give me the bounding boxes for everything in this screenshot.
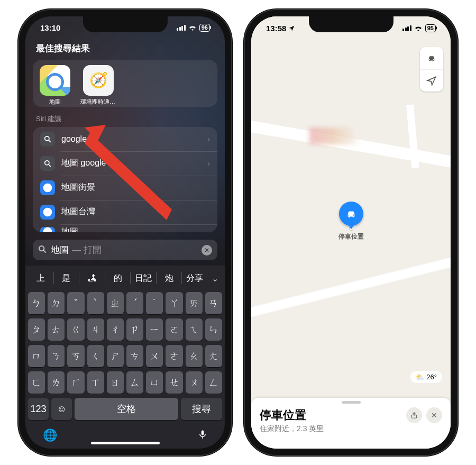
svg-point-2 <box>45 136 49 141</box>
keyboard-row[interactable]: ㄈㄌㄏㄒㄖㄙㄩㄝㄡㄥ <box>28 371 222 394</box>
keyboard-row[interactable]: ㄇㄋㄎㄑㄕㄘㄨㄜㄠㄤ <box>28 345 222 367</box>
screen-spotlight: 13:10 96 最佳搜尋結果 地圖 🧭 環境即時通-… Siri <box>25 16 225 449</box>
suggestion-text: 地圖街景 <box>61 182 210 193</box>
keyboard-row[interactable]: ㄆㄊㄍㄐㄔㄗㄧㄛㄟㄣ <box>28 318 222 341</box>
keyboard-suggestions[interactable]: 上 是 🏞 的 日記 炮 分享 ⌄ <box>28 269 222 288</box>
suggestion-text: 地圖台灣 <box>61 206 210 217</box>
keyboard-bottom-row[interactable]: 123 ☺ 空格 搜尋 <box>28 398 222 420</box>
place-title: 停車位置 <box>260 407 401 423</box>
weather-temp: 26° <box>426 373 437 381</box>
weather-badge[interactable]: ⛅ 26° <box>410 371 442 383</box>
suggestion-item[interactable]: 地圖街景 <box>33 176 217 200</box>
svg-rect-14 <box>202 431 204 435</box>
car-icon <box>339 202 363 226</box>
battery-level: 96 <box>199 24 210 32</box>
mic-icon[interactable] <box>198 428 207 443</box>
keyboard-row[interactable]: ㄅㄉˇˋㄓˊ˙ㄚㄞㄢ <box>28 292 222 314</box>
phone-frame-right: 13:58 95 停車位置 ⛅ 2 <box>244 9 458 456</box>
environment-icon: 🧭 <box>83 65 114 96</box>
maps-icon <box>40 65 70 96</box>
suggestion-item[interactable]: 地圖 google › <box>33 151 217 176</box>
svg-point-12 <box>39 246 44 251</box>
svg-line-3 <box>49 140 51 142</box>
place-card[interactable]: 停車位置 住家附近，2.3 英里 ✕ <box>251 398 451 449</box>
phone-frame-left: 13:10 96 最佳搜尋結果 地圖 🧭 環境即時通-… Siri <box>18 9 232 456</box>
screen-maps: 13:58 95 停車位置 ⛅ 2 <box>251 16 451 449</box>
driving-mode-button[interactable] <box>420 47 443 69</box>
redacted-area <box>309 127 357 144</box>
search-icon <box>38 245 47 256</box>
chevron-right-icon: › <box>207 159 210 168</box>
keyboard: 上 是 🏞 的 日記 炮 分享 ⌄ ㄅㄉˇˋㄓˊ˙ㄚㄞㄢ ㄆㄊㄍㄐㄔㄗㄧㄛㄟㄣ … <box>25 266 225 449</box>
chevron-down-icon[interactable]: ⌄ <box>207 273 222 284</box>
close-button[interactable]: ✕ <box>426 407 442 423</box>
globe-icon[interactable]: 🌐 <box>43 428 57 443</box>
pin-label: 停車位置 <box>338 232 364 241</box>
place-subtitle: 住家附近，2.3 英里 <box>260 424 401 434</box>
app-environment[interactable]: 🧭 環境即時通-… <box>80 65 116 106</box>
location-arrow-icon <box>288 25 295 32</box>
drag-handle[interactable] <box>342 401 361 404</box>
suggestion-text: 地圖 google <box>61 158 201 169</box>
svg-point-6 <box>43 184 52 193</box>
suggestion-text: google <box>61 134 201 144</box>
map-controls <box>420 47 443 92</box>
search-text: 地圖 — 打開 <box>51 244 197 256</box>
cellular-icon <box>402 25 411 31</box>
notch <box>309 16 393 32</box>
status-time: 13:10 <box>40 23 60 32</box>
chevron-right-icon: › <box>207 135 210 143</box>
keyboard-footer: 🌐 <box>28 424 222 443</box>
suggestion-item[interactable]: google › <box>33 127 217 151</box>
key-123: 123 <box>28 398 49 420</box>
wifi-icon <box>414 25 423 31</box>
suggestion-text: 地圖 <box>61 226 210 232</box>
app-label: 環境即時通-… <box>80 98 116 106</box>
key-search: 搜尋 <box>181 398 222 420</box>
home-indicator[interactable] <box>91 442 160 444</box>
suggestions-list: google › 地圖 google › 地圖街景 地圖台灣 <box>33 127 217 232</box>
wifi-icon <box>188 24 197 31</box>
top-hits-header: 最佳搜尋結果 <box>25 39 225 60</box>
status-time: 13:58 <box>266 24 286 33</box>
share-button[interactable] <box>406 407 422 423</box>
cellular-icon <box>177 25 186 31</box>
app-label: 地圖 <box>37 98 73 106</box>
safari-icon <box>40 205 55 220</box>
notch <box>83 16 168 32</box>
clear-button[interactable]: ✕ <box>202 245 212 256</box>
key-space: 空格 <box>75 398 178 420</box>
safari-icon <box>40 180 55 195</box>
battery-level: 95 <box>425 24 436 32</box>
search-icon <box>40 132 55 147</box>
safari-icon <box>40 227 55 232</box>
weather-icon: ⛅ <box>416 373 424 381</box>
svg-point-4 <box>45 161 49 165</box>
parked-car-pin[interactable]: 停車位置 <box>338 202 364 241</box>
siri-suggestions-header: Siri 建議 <box>25 107 225 127</box>
svg-point-9 <box>43 208 52 217</box>
svg-point-11 <box>43 227 52 232</box>
key-emoji[interactable]: ☺ <box>51 398 72 420</box>
search-icon <box>40 156 55 171</box>
suggestion-item[interactable]: 地圖台灣 <box>33 200 217 224</box>
locate-me-button[interactable] <box>420 69 443 92</box>
svg-line-5 <box>49 165 51 167</box>
svg-line-13 <box>43 250 46 253</box>
app-maps[interactable]: 地圖 <box>37 65 73 106</box>
search-field[interactable]: 地圖 — 打開 ✕ <box>33 240 217 260</box>
suggestion-item[interactable]: 地圖 <box>33 224 217 232</box>
top-hits-row: 地圖 🧭 環境即時通-… <box>33 60 217 107</box>
